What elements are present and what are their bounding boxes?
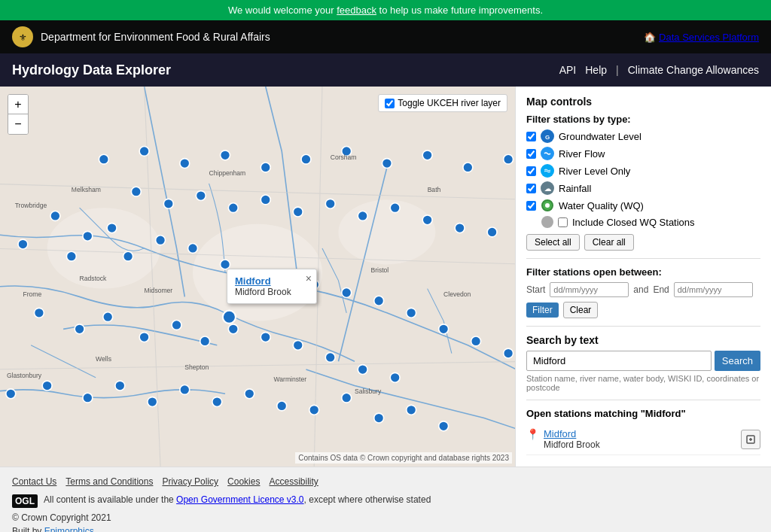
rl-icon — [541, 164, 554, 178]
svg-point-79 — [223, 311, 236, 324]
svg-text:Bath: Bath — [428, 186, 441, 193]
start-date-input[interactable] — [550, 282, 629, 297]
filter-gw-checkbox[interactable] — [526, 132, 536, 141]
footer-privacy-link[interactable]: Privacy Policy — [162, 476, 218, 487]
feedback-link[interactable]: feedback — [337, 5, 376, 16]
search-hint: Station name, river name, water body, WI… — [526, 374, 760, 392]
filter-rf-checkbox[interactable] — [526, 149, 536, 159]
filter-button[interactable]: Filter — [526, 302, 559, 318]
svg-point-41 — [390, 372, 400, 382]
svg-point-19 — [188, 243, 198, 253]
filter-open-label: Filter stations open between: — [526, 266, 760, 278]
svg-text:Glastonbury: Glastonbury — [7, 372, 42, 379]
svg-point-44 — [83, 393, 93, 403]
svg-point-69 — [139, 147, 149, 157]
toggle-ukceh-checkbox[interactable] — [385, 99, 395, 108]
footer-accessibility-link[interactable]: Accessibility — [269, 476, 318, 487]
svg-text:Corsham: Corsham — [331, 154, 357, 161]
ogl-link[interactable]: Open Government Licence v3.0 — [176, 494, 303, 505]
filter-rain-checkbox[interactable] — [526, 184, 536, 193]
gov-header-left: ⚜ Department for Environment Food & Rura… — [12, 26, 270, 47]
svg-point-24 — [342, 288, 352, 298]
svg-point-99 — [543, 166, 552, 175]
footer-contact-link[interactable]: Contact Us — [12, 476, 56, 487]
filter-wq-label: Water Quality (WQ) — [559, 200, 644, 211]
svg-point-13 — [50, 211, 60, 220]
result-left: 📍 Midford Midford Brook — [526, 428, 600, 450]
footer-terms-link[interactable]: Terms and Conditions — [66, 476, 153, 487]
svg-text:Salisbury: Salisbury — [355, 388, 382, 395]
footer-cookies-link[interactable]: Cookies — [227, 476, 260, 487]
svg-text:☁: ☁ — [544, 185, 551, 193]
filter-rf-row: River Flow — [526, 147, 760, 160]
svg-text:Radstock: Radstock — [80, 275, 107, 282]
svg-point-17 — [123, 251, 133, 261]
filter-rl-checkbox[interactable] — [526, 166, 536, 176]
popup-title[interactable]: Midford — [235, 275, 298, 287]
result-item: 📍 Midford Midford Brook — [526, 424, 760, 455]
map-toggle-layer[interactable]: Toggle UKCEH river layer — [378, 94, 507, 112]
svg-point-27 — [439, 324, 449, 334]
filter-gw-row: G Groundwater Level — [526, 129, 760, 143]
divider-1 — [526, 258, 760, 259]
nav-help-link[interactable]: Help — [585, 64, 607, 76]
svg-point-68 — [99, 154, 108, 164]
feedback-bar: We would welcome your feedback to help u… — [0, 0, 771, 20]
popup-close-button[interactable]: × — [306, 272, 312, 284]
map-container[interactable]: Trowbridge Melksham Chippenham Corsham B… — [0, 87, 515, 467]
search-button[interactable]: Search — [715, 351, 760, 371]
select-clear-group: Select all Clear all — [526, 234, 760, 251]
end-date-input[interactable] — [674, 282, 753, 297]
svg-point-39 — [325, 353, 335, 363]
svg-point-67 — [487, 227, 497, 237]
svg-point-59 — [228, 203, 238, 213]
result-pin-icon: 📍 — [526, 428, 539, 440]
svg-point-77 — [463, 163, 473, 172]
nav-api-link[interactable]: API — [559, 64, 577, 76]
svg-text:G: G — [545, 134, 550, 141]
svg-point-31 — [75, 324, 84, 334]
svg-point-15 — [107, 223, 117, 233]
nav-climate-link[interactable]: Climate Change Allowances — [628, 64, 759, 76]
svg-point-62 — [325, 199, 335, 208]
divider-3 — [526, 400, 760, 400]
select-all-button[interactable]: Select all — [526, 234, 580, 251]
result-name[interactable]: Midford — [544, 428, 600, 439]
rf-icon — [541, 147, 554, 160]
footer-copyright: © Crown Copyright 2021 — [12, 512, 759, 523]
footer-built-link[interactable]: Epimorphics — [44, 526, 94, 532]
filter-wq-row: Water Quality (WQ) — [526, 199, 760, 212]
result-action-button[interactable] — [741, 430, 760, 449]
svg-point-16 — [66, 251, 76, 261]
search-row: Search — [526, 351, 760, 371]
and-label: and — [633, 284, 648, 295]
svg-point-52 — [342, 393, 352, 403]
svg-point-65 — [422, 215, 432, 225]
filter-wq-closed-label: Include Closed WQ Stations — [572, 217, 695, 228]
svg-text:Wells: Wells — [96, 355, 111, 363]
filter-wq-checkbox[interactable] — [526, 201, 536, 211]
zoom-in-button[interactable]: + — [8, 95, 28, 114]
clear-all-button[interactable]: Clear all — [584, 234, 634, 251]
filter-rain-row: ☁ Rainfall — [526, 181, 760, 195]
svg-point-50 — [277, 401, 287, 411]
svg-point-76 — [422, 150, 432, 160]
zoom-out-button[interactable]: − — [8, 114, 28, 134]
date-clear-button[interactable]: Clear — [563, 302, 599, 318]
search-input[interactable] — [526, 351, 712, 371]
svg-point-64 — [390, 203, 400, 213]
svg-point-49 — [245, 389, 254, 399]
filter-wq-closed-checkbox[interactable] — [558, 217, 568, 227]
svg-point-36 — [228, 324, 238, 334]
result-subtitle: Midford Brook — [544, 439, 600, 450]
svg-point-29 — [504, 348, 513, 358]
result-details: Midford Midford Brook — [544, 428, 600, 450]
gov-header: ⚜ Department for Environment Food & Rura… — [0, 20, 771, 53]
svg-text:Chippenham: Chippenham — [209, 169, 246, 177]
popup-subtitle: Midford Brook — [235, 287, 298, 297]
svg-point-63 — [358, 211, 367, 220]
data-services-link[interactable]: Data Services Platform — [659, 32, 759, 43]
feedback-text-suffix: to help us make future improvements. — [376, 5, 543, 16]
svg-text:Clevedon: Clevedon — [443, 290, 471, 298]
filter-rl-label: River Level Only — [559, 166, 630, 177]
